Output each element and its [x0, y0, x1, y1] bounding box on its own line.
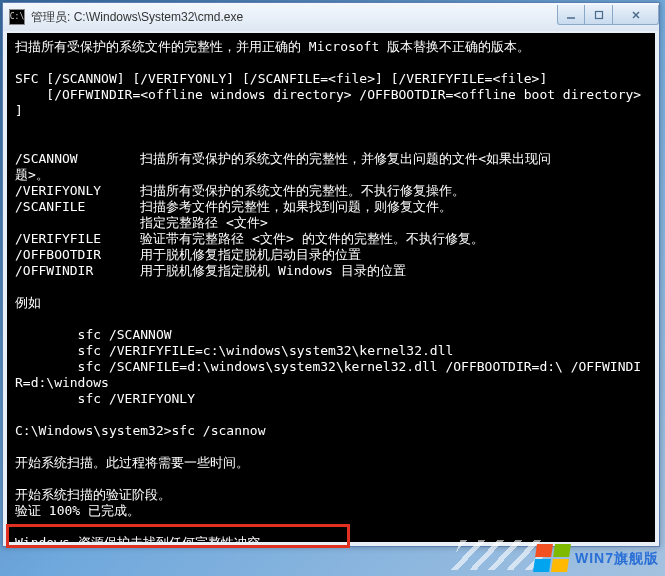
console-line: R=d:\windows [15, 375, 655, 391]
cmd-icon: C:\ [9, 9, 25, 25]
close-button[interactable] [613, 5, 659, 25]
svg-rect-1 [595, 11, 602, 18]
console-line [15, 311, 655, 327]
console-line [15, 471, 655, 487]
console-line: 扫描所有受保护的系统文件的完整性，并用正确的 Microsoft 版本替换不正确… [15, 39, 655, 55]
console-line: C:\Windows\system32>sfc /scannow [15, 423, 655, 439]
console-line: sfc /SCANFILE=d:\windows\system32\kernel… [15, 359, 655, 375]
console-line: [/OFFWINDIR=<offline windows directory> … [15, 87, 655, 103]
console-line: Windows 资源保护未找到任何完整性冲突。 [15, 535, 655, 542]
cmd-window: C:\ 管理员: C:\Windows\System32\cmd.exe 扫描所… [2, 2, 660, 547]
console-line [15, 407, 655, 423]
console-line: /OFFWINDIR 用于脱机修复指定脱机 Windows 目录的位置 [15, 263, 655, 279]
watermark-brand: WIN7旗舰版 [575, 550, 659, 566]
console-line [15, 439, 655, 455]
minimize-button[interactable] [557, 5, 585, 25]
console-line: ] [15, 103, 655, 119]
console-line: SFC [/SCANNOW] [/VERIFYONLY] [/SCANFILE=… [15, 71, 655, 87]
console-line: 指定完整路径 <文件> [15, 215, 655, 231]
titlebar[interactable]: C:\ 管理员: C:\Windows\System32\cmd.exe [3, 3, 659, 31]
window-buttons [557, 5, 659, 25]
console-output[interactable]: 扫描所有受保护的系统文件的完整性，并用正确的 Microsoft 版本替换不正确… [7, 33, 655, 542]
console-line: 开始系统扫描。此过程将需要一些时间。 [15, 455, 655, 471]
console-line: /SCANNOW 扫描所有受保护的系统文件的完整性，并修复出问题的文件<如果出现… [15, 151, 655, 167]
console-line: /SCANFILE 扫描参考文件的完整性，如果找到问题，则修复文件。 [15, 199, 655, 215]
console-line [15, 55, 655, 71]
console-line: 验证 100% 已完成。 [15, 503, 655, 519]
console-line: /VERIFYONLY 扫描所有受保护的系统文件的完整性。不执行修复操作。 [15, 183, 655, 199]
console-line: 开始系统扫描的验证阶段。 [15, 487, 655, 503]
console-line: 例如 [15, 295, 655, 311]
console-line [15, 119, 655, 135]
console-line: sfc /SCANNOW [15, 327, 655, 343]
cmd-icon-glyph: C:\ [10, 13, 24, 21]
console-line: sfc /VERIFYONLY [15, 391, 655, 407]
console-line [15, 135, 655, 151]
console-line: 题>。 [15, 167, 655, 183]
console-line [15, 519, 655, 535]
console-line: sfc /VERIFYFILE=c:\windows\system32\kern… [15, 343, 655, 359]
console-line: /VERIFYFILE 验证带有完整路径 <文件> 的文件的完整性。不执行修复。 [15, 231, 655, 247]
windows-logo-icon [533, 544, 571, 572]
console-line: /OFFBOOTDIR 用于脱机修复指定脱机启动目录的位置 [15, 247, 655, 263]
console-line [15, 279, 655, 295]
window-title: 管理员: C:\Windows\System32\cmd.exe [31, 9, 557, 26]
watermark: WIN7旗舰版 [535, 544, 659, 572]
maximize-button[interactable] [585, 5, 613, 25]
